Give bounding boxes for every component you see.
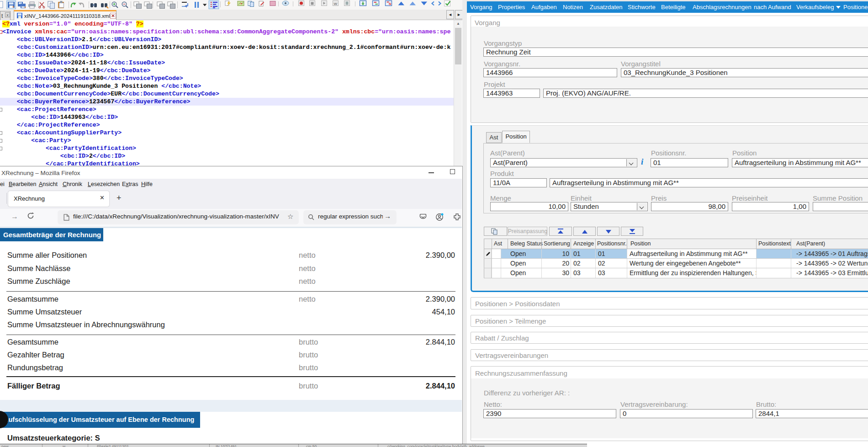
svg-text:W: W bbox=[334, 2, 338, 6]
